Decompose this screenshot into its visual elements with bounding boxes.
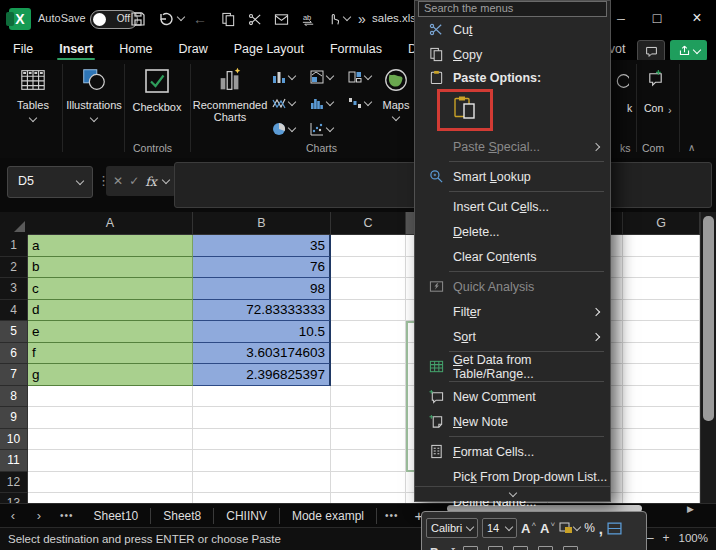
menu-item-insert-cut-cells[interactable]: Insert Cut Cells...: [415, 194, 610, 219]
cell-A9[interactable]: [28, 407, 193, 429]
cell-G2[interactable]: [623, 257, 700, 279]
cell-B10[interactable]: [193, 429, 331, 451]
row-header-7[interactable]: 7: [0, 364, 28, 386]
histogram-chart-button[interactable]: [310, 96, 333, 110]
cell-C8[interactable]: [331, 386, 406, 408]
cell-C3[interactable]: [331, 278, 406, 300]
row-header-9[interactable]: 9: [0, 407, 28, 429]
fx-dropdown-icon[interactable]: [162, 176, 170, 184]
borders-button[interactable]: [463, 546, 478, 550]
undo-dropdown-icon[interactable]: [177, 13, 185, 21]
menu-item-filter[interactable]: Filter: [415, 299, 610, 324]
cell-G8[interactable]: [623, 386, 700, 408]
sheet-tab-mode-exampl[interactable]: Mode exampl: [280, 508, 377, 524]
touch-mode-icon[interactable]: [322, 8, 346, 30]
maximize-button[interactable]: □: [644, 6, 670, 30]
name-box[interactable]: D5: [7, 166, 93, 198]
row-header-5[interactable]: 5: [0, 321, 28, 343]
cell-G6[interactable]: [623, 343, 700, 365]
share-button[interactable]: [670, 40, 707, 61]
increase-font-button[interactable]: A˄: [521, 521, 536, 536]
cell-A5[interactable]: e: [28, 321, 193, 343]
replace-icon[interactable]: ab: [296, 8, 320, 30]
pie-chart-button[interactable]: [272, 122, 295, 136]
tab-draw[interactable]: Draw: [166, 38, 221, 60]
line-chart-button[interactable]: [272, 96, 295, 110]
cell-C5[interactable]: [331, 321, 406, 343]
scroll-right-icon[interactable]: ▶: [687, 504, 694, 514]
waterfall-chart-button[interactable]: [348, 96, 371, 110]
row-header-2[interactable]: 2: [0, 257, 28, 279]
cell-C9[interactable]: [331, 407, 406, 429]
cell-C6[interactable]: [331, 343, 406, 365]
back-icon[interactable]: ←: [188, 8, 212, 30]
cut-icon[interactable]: [243, 8, 267, 30]
cell-A2[interactable]: b: [28, 257, 193, 279]
insert-function-icon[interactable]: fx: [145, 174, 157, 189]
cell-C4[interactable]: [331, 300, 406, 322]
row-header-12[interactable]: 12: [0, 472, 28, 494]
tables-button[interactable]: Tables: [10, 66, 56, 121]
cancel-icon[interactable]: ✕: [113, 174, 123, 188]
cell-C12[interactable]: [331, 472, 406, 494]
sheet-tab-sheet8[interactable]: Sheet8: [151, 508, 214, 524]
sheet-prev-icon[interactable]: ‹: [0, 508, 26, 523]
cell-A10[interactable]: [28, 429, 193, 451]
cell-C1[interactable]: [331, 235, 406, 257]
sheet-tab-sheet10[interactable]: Sheet10: [82, 508, 152, 524]
cell-B13[interactable]: [193, 493, 331, 503]
format-button[interactable]: [538, 546, 553, 550]
combo-chart-button[interactable]: [310, 70, 333, 84]
cell-B9[interactable]: [193, 407, 331, 429]
cell-A4[interactable]: d: [28, 300, 193, 322]
cell-C13[interactable]: [331, 493, 406, 503]
cell-G13[interactable]: [623, 493, 700, 503]
paste-icon[interactable]: [452, 95, 478, 125]
enter-icon[interactable]: ✓: [129, 174, 139, 188]
tab-home[interactable]: Home: [106, 38, 165, 60]
row-header-11[interactable]: 11: [0, 450, 28, 472]
column-header-A[interactable]: A: [28, 212, 193, 235]
row-header-3[interactable]: 3: [0, 278, 28, 300]
scatter-chart-button[interactable]: [310, 122, 333, 136]
vertical-scrollbar-thumb[interactable]: [703, 216, 714, 421]
style-button[interactable]: [563, 546, 578, 550]
sheet-list-icon[interactable]: •••: [52, 510, 82, 521]
menu-item-quick-analysis[interactable]: Quick Analysis: [415, 274, 610, 299]
zoom-in-button[interactable]: +: [663, 531, 670, 545]
column-header-C[interactable]: C: [331, 212, 406, 235]
ribbon-comment-icon[interactable]: [646, 68, 665, 91]
menu-search-input[interactable]: Search the menus: [418, 1, 607, 17]
row-header-8[interactable]: 8: [0, 386, 28, 408]
menu-item-format-cells[interactable]: Format Cells...: [415, 439, 610, 464]
sheet-more-icon[interactable]: •••: [377, 510, 407, 521]
cell-G7[interactable]: [623, 364, 700, 386]
merge-center-icon[interactable]: [607, 521, 622, 536]
cell-B4[interactable]: 72.83333333: [193, 300, 331, 322]
cell-C7[interactable]: [331, 364, 406, 386]
menu-item-sort[interactable]: Sort: [415, 324, 610, 349]
cell-G10[interactable]: [623, 429, 700, 451]
format-painter-icon[interactable]: [559, 521, 580, 535]
cell-G1[interactable]: [623, 235, 700, 257]
column-header-G[interactable]: G: [623, 212, 700, 235]
email-icon[interactable]: [269, 8, 293, 30]
close-button[interactable]: ×: [684, 6, 710, 30]
collapse-ribbon-icon[interactable]: ∧: [688, 142, 695, 153]
cell-B2[interactable]: 76: [193, 257, 331, 279]
zoom-level[interactable]: 100%: [679, 532, 708, 544]
menu-item-cut[interactable]: Cut: [415, 17, 610, 42]
cell-B8[interactable]: [193, 386, 331, 408]
cell-A13[interactable]: [28, 493, 193, 503]
row-header-1[interactable]: 1: [0, 235, 28, 257]
cell-B5[interactable]: 10.5: [193, 321, 331, 343]
cell-B12[interactable]: [193, 472, 331, 494]
undo-icon[interactable]: [154, 8, 178, 30]
menu-item-paste-special[interactable]: Paste Special...: [415, 134, 610, 159]
comma-style-button[interactable]: ,: [599, 520, 603, 537]
cell-A8[interactable]: [28, 386, 193, 408]
cell-A1[interactable]: a: [28, 235, 193, 257]
italic-button[interactable]: I: [449, 546, 454, 550]
tab-page-layout[interactable]: Page Layout: [221, 38, 317, 60]
row-header-4[interactable]: 4: [0, 300, 28, 322]
